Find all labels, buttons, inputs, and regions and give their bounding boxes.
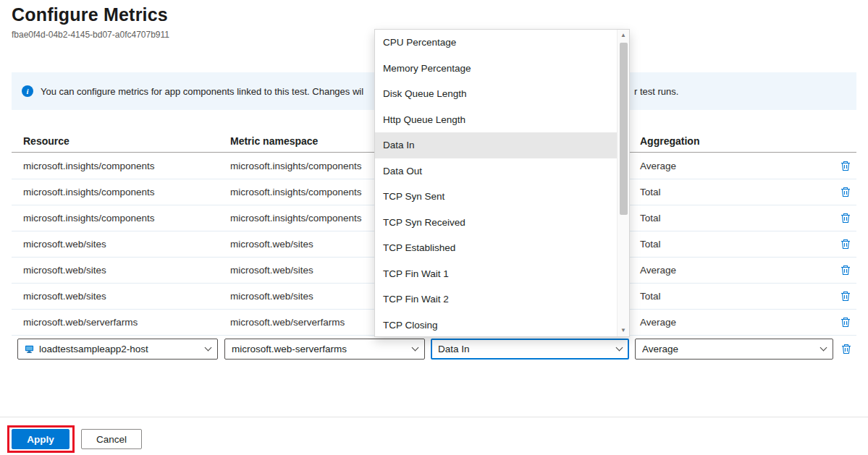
resource-cell: microsoft.insights/components: [23, 205, 155, 231]
column-header-aggregation: Aggregation: [640, 129, 699, 153]
dropdown-item[interactable]: Http Queue Length: [375, 107, 617, 133]
trash-icon: [840, 213, 851, 224]
namespace-cell: microsoft.insights/components: [230, 179, 362, 205]
dropdown-item[interactable]: Memory Percentage: [375, 56, 617, 82]
trash-icon: [840, 239, 851, 250]
resource-cell: microsoft.web/serverfarms: [23, 310, 138, 335]
app-resource-icon: [25, 344, 34, 354]
aggregation-cell: Total: [640, 205, 661, 231]
trash-icon: [841, 344, 851, 354]
page-subtitle: fbae0f4d-04b2-4145-bd07-a0fc4707b911: [12, 30, 169, 40]
dropdown-item[interactable]: TCP Fin Wait 1: [375, 261, 617, 287]
configure-metrics-page: Configure Metrics fbae0f4d-04b2-4145-bd0…: [0, 0, 868, 455]
info-icon: i: [22, 85, 33, 97]
resource-select[interactable]: loadtestsampleapp2-host: [17, 339, 218, 360]
resource-cell: microsoft.web/sites: [23, 258, 106, 283]
scrollbar-thumb[interactable]: [620, 43, 628, 215]
namespace-cell: microsoft.insights/components: [230, 153, 362, 179]
namespace-select-value: microsoft.web-serverfarms: [232, 344, 407, 354]
metric-dropdown: CPU Percentage Memory Percentage Disk Qu…: [374, 29, 630, 337]
banner-text-fragment: r test runs.: [634, 86, 678, 97]
metric-dropdown-list: CPU Percentage Memory Percentage Disk Qu…: [375, 30, 617, 336]
metric-select[interactable]: Data In: [431, 339, 629, 360]
namespace-cell: microsoft.web/sites: [230, 258, 313, 283]
chevron-down-icon: [820, 344, 827, 352]
delete-row-button[interactable]: [838, 339, 854, 358]
resource-cell: microsoft.insights/components: [23, 153, 155, 179]
trash-icon: [840, 265, 851, 276]
aggregation-select[interactable]: Average: [635, 339, 833, 360]
banner-text: You can configure metrics for app compon…: [41, 86, 363, 97]
aggregation-cell: Total: [640, 179, 661, 205]
delete-row-button[interactable]: [838, 263, 853, 278]
delete-row-button[interactable]: [838, 159, 853, 174]
trash-icon: [840, 161, 851, 171]
namespace-cell: microsoft.web/sites: [230, 284, 313, 309]
resource-cell: microsoft.insights/components: [23, 179, 155, 205]
dropdown-item[interactable]: Disk Queue Length: [375, 81, 617, 107]
cancel-button[interactable]: Cancel: [81, 429, 142, 449]
dropdown-item[interactable]: TCP Established: [375, 235, 617, 261]
chevron-down-icon: [205, 344, 212, 352]
aggregation-cell: Average: [640, 258, 676, 283]
column-header-namespace: Metric namespace: [230, 129, 318, 153]
resource-cell: microsoft.web/sites: [23, 284, 106, 309]
dropdown-item[interactable]: TCP Fin Wait 2: [375, 286, 617, 312]
namespace-cell: microsoft.web/sites: [230, 231, 313, 257]
metric-select-value: Data In: [438, 344, 611, 354]
column-header-resource: Resource: [23, 129, 69, 153]
aggregation-cell: Average: [640, 153, 676, 179]
dropdown-item[interactable]: TCP Syn Received: [375, 210, 617, 236]
delete-row-button[interactable]: [838, 289, 853, 304]
namespace-select[interactable]: microsoft.web-serverfarms: [224, 339, 425, 360]
aggregation-cell: Total: [640, 284, 661, 309]
dropdown-item[interactable]: Data Out: [375, 158, 617, 184]
delete-row-button[interactable]: [838, 211, 853, 226]
delete-row-button[interactable]: [838, 237, 853, 252]
scroll-up-button[interactable]: ▲: [618, 30, 629, 41]
apply-button[interactable]: Apply: [12, 429, 69, 449]
delete-row-button[interactable]: [838, 185, 853, 200]
chevron-down-icon: [616, 344, 623, 352]
dropdown-item[interactable]: TCP Closing: [375, 312, 617, 339]
resource-select-value: loadtestsampleapp2-host: [39, 344, 200, 354]
namespace-cell: microsoft.web/serverfarms: [230, 310, 345, 335]
dropdown-item-selected[interactable]: Data In: [375, 132, 617, 158]
dropdown-item[interactable]: CPU Percentage: [375, 30, 617, 56]
chevron-down-icon: [412, 344, 419, 352]
dropdown-item[interactable]: TCP Syn Sent: [375, 184, 617, 210]
trash-icon: [840, 291, 851, 302]
resource-cell: microsoft.web/sites: [23, 231, 106, 257]
aggregation-cell: Average: [640, 310, 676, 335]
aggregation-cell: Total: [640, 231, 661, 257]
trash-icon: [840, 317, 851, 328]
footer-divider: [0, 417, 868, 417]
delete-row-button[interactable]: [838, 315, 853, 330]
namespace-cell: microsoft.insights/components: [230, 205, 362, 231]
aggregation-select-value: Average: [642, 344, 815, 354]
trash-icon: [840, 187, 851, 197]
scroll-down-button[interactable]: ▼: [618, 325, 629, 336]
dropdown-scrollbar[interactable]: ▲ ▼: [617, 30, 629, 336]
page-title: Configure Metrics: [12, 4, 168, 25]
